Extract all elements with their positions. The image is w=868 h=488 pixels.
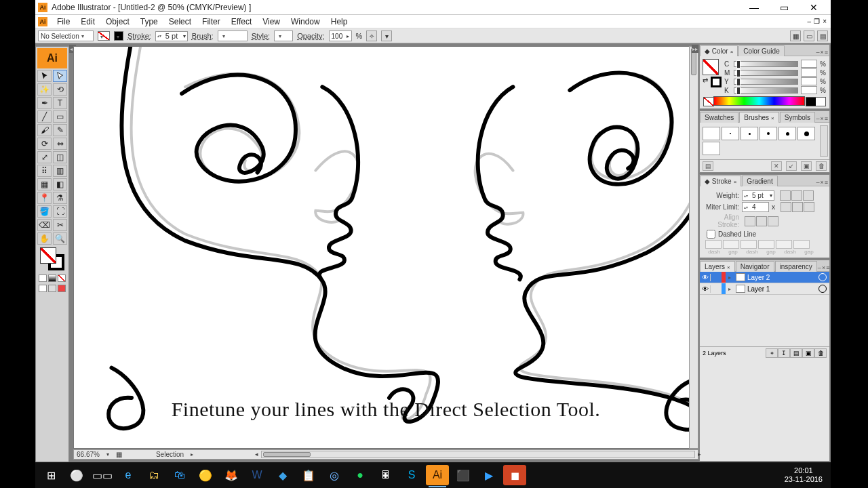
free-transform-tool[interactable]: ◫ bbox=[53, 151, 67, 163]
doc-setup-button[interactable]: ▦ bbox=[790, 30, 801, 41]
type-tool[interactable]: T bbox=[53, 97, 67, 109]
task-view-icon[interactable]: ▭▭ bbox=[91, 465, 114, 485]
color-mode-button[interactable] bbox=[39, 274, 47, 282]
zoom-tool[interactable]: 🔍 bbox=[53, 232, 67, 245]
align-inside-button[interactable] bbox=[756, 216, 767, 226]
eraser-tool[interactable]: ⌫ bbox=[37, 219, 52, 231]
spotify-icon[interactable]: ● bbox=[349, 465, 372, 485]
menu-select[interactable]: Select bbox=[163, 16, 197, 28]
opt-menu-button[interactable]: ▤ bbox=[817, 30, 828, 41]
blend-tool[interactable]: ⚗ bbox=[53, 192, 67, 204]
visibility-icon[interactable]: 👁 bbox=[700, 274, 711, 281]
scissors-tool[interactable]: ✂ bbox=[53, 219, 67, 231]
opacity-field[interactable]: 100▸ bbox=[329, 30, 352, 41]
fill-color-icon[interactable] bbox=[40, 247, 56, 264]
panel-min-icon[interactable]: – bbox=[816, 179, 819, 186]
yellow-value[interactable] bbox=[801, 77, 817, 85]
yellow-slider[interactable] bbox=[734, 79, 798, 85]
close-button[interactable]: ✕ bbox=[804, 2, 824, 13]
gap-field[interactable] bbox=[723, 240, 739, 249]
tab-transparency[interactable]: insparency bbox=[775, 261, 817, 272]
menu-object[interactable]: Object bbox=[100, 16, 135, 28]
illustrator-icon[interactable]: Ai bbox=[426, 465, 449, 485]
menu-effect[interactable]: Effect bbox=[226, 16, 257, 28]
store-icon[interactable]: 🛍 bbox=[168, 465, 191, 485]
fill-stroke-control[interactable] bbox=[40, 247, 64, 270]
minimize-button[interactable]: — bbox=[744, 2, 764, 13]
selection-dropdown[interactable]: No Selection bbox=[38, 30, 94, 41]
isolate-button[interactable]: ✧ bbox=[366, 30, 377, 41]
panel-menu-icon[interactable]: ≡ bbox=[825, 115, 828, 122]
cap-butt-button[interactable] bbox=[780, 190, 791, 201]
reflect-tool[interactable]: ⇔ bbox=[53, 138, 67, 150]
firefox-icon[interactable]: 🦊 bbox=[220, 465, 243, 485]
dash-field[interactable] bbox=[776, 240, 792, 249]
vscode-icon[interactable]: ◆ bbox=[271, 465, 294, 485]
remove-brush-icon[interactable]: ✕ bbox=[771, 161, 782, 171]
canvas[interactable]: Finetune your lines with the Direct Sele… bbox=[73, 46, 698, 449]
delete-layer-icon[interactable]: 🗑 bbox=[814, 348, 827, 358]
dashed-checkbox[interactable] bbox=[707, 230, 715, 239]
panel-min-icon[interactable]: – bbox=[816, 49, 819, 56]
join-miter-button[interactable] bbox=[781, 202, 791, 212]
delete-brush-icon[interactable]: 🗑 bbox=[816, 161, 827, 171]
make-clip-icon[interactable]: ↧ bbox=[778, 348, 790, 358]
cap-square-button[interactable] bbox=[803, 190, 814, 201]
menu-type[interactable]: Type bbox=[135, 16, 163, 28]
symbol-spray-tool[interactable]: ⠿ bbox=[37, 165, 52, 177]
tab-gradient[interactable]: Gradient bbox=[742, 176, 777, 186]
new-sublayer-icon[interactable]: ▤ bbox=[790, 348, 802, 358]
cap-round-button[interactable] bbox=[791, 190, 802, 201]
align-button[interactable]: ▾ bbox=[381, 30, 392, 41]
doc-minimize-button[interactable]: – bbox=[808, 18, 812, 25]
panel-close-icon[interactable]: × bbox=[822, 264, 825, 271]
menu-help[interactable]: Help bbox=[326, 16, 353, 28]
app-logo-icon[interactable]: Ai bbox=[38, 17, 47, 26]
panel-min-icon[interactable]: – bbox=[816, 115, 819, 122]
tab-brushes[interactable]: Brushes× bbox=[739, 112, 778, 123]
brush-item[interactable] bbox=[741, 127, 758, 140]
spectrum-bar[interactable] bbox=[713, 96, 805, 106]
direct-selection-tool[interactable] bbox=[53, 70, 67, 82]
paintbrush-tool[interactable]: 🖌 bbox=[37, 124, 52, 136]
word-icon[interactable]: W bbox=[245, 465, 269, 485]
menu-window[interactable]: Window bbox=[285, 16, 326, 28]
magic-wand-tool[interactable]: ✨ bbox=[37, 83, 52, 96]
calculator-icon[interactable]: 🖩 bbox=[374, 465, 397, 485]
layer-name[interactable]: Layer 1 bbox=[747, 285, 770, 293]
windows-icon[interactable]: ⊞ bbox=[39, 465, 62, 485]
maximize-button[interactable]: ▭ bbox=[774, 2, 794, 13]
none-mode-button[interactable] bbox=[58, 274, 66, 282]
tab-swatches[interactable]: Swatches bbox=[700, 112, 738, 123]
expand-icon[interactable]: ▸ bbox=[726, 274, 734, 281]
vertical-scrollbar[interactable] bbox=[689, 46, 698, 449]
hand-tool[interactable]: ✋ bbox=[37, 232, 52, 245]
target-icon[interactable] bbox=[818, 285, 827, 293]
tab-stroke[interactable]: ◆ Stroke× bbox=[700, 176, 741, 186]
scale-tool[interactable]: ⤢ bbox=[37, 151, 52, 163]
lasso-tool[interactable]: ⟲ bbox=[53, 83, 67, 96]
opacity-label[interactable]: Opacity: bbox=[297, 32, 324, 40]
rotate-tool[interactable]: ⟳ bbox=[37, 138, 52, 150]
join-bevel-button[interactable] bbox=[804, 202, 814, 212]
brush-item[interactable] bbox=[703, 142, 720, 155]
chrome-icon[interactable]: 🟡 bbox=[194, 465, 217, 485]
brush-item[interactable] bbox=[760, 127, 777, 140]
zoom-level[interactable]: 66.67% bbox=[77, 451, 100, 458]
panel-menu-icon[interactable]: ≡ bbox=[825, 179, 828, 186]
horizontal-scrollbar[interactable]: ◂▸ bbox=[261, 451, 695, 458]
tab-layers[interactable]: Layers× bbox=[700, 261, 735, 272]
powerpoint-icon[interactable]: ◼ bbox=[503, 465, 526, 485]
expand-icon[interactable]: ▸ bbox=[726, 286, 734, 292]
panel-menu-icon[interactable]: ≡ bbox=[825, 49, 828, 56]
screen-full-menu-button[interactable] bbox=[48, 285, 56, 292]
black-value[interactable] bbox=[801, 86, 817, 94]
visibility-icon[interactable]: 👁 bbox=[700, 285, 711, 293]
tab-color[interactable]: ◆ Color× bbox=[700, 45, 738, 56]
brush-item[interactable] bbox=[722, 127, 739, 140]
rectangle-tool[interactable]: ▭ bbox=[53, 110, 67, 123]
panel-close-icon[interactable]: × bbox=[820, 49, 823, 56]
brush-scrollbar[interactable] bbox=[820, 125, 828, 157]
panel-close-icon[interactable]: × bbox=[820, 179, 823, 186]
tab-color-guide[interactable]: Color Guide bbox=[738, 45, 784, 56]
